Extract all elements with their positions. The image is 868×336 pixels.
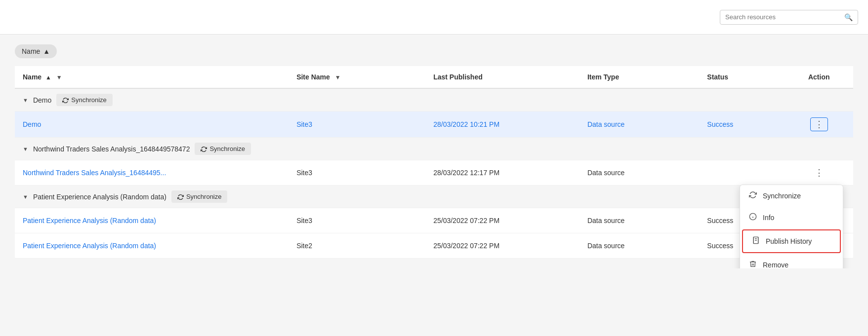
menu-synchronize-label: Synchronize	[763, 192, 801, 200]
group-name: Demo	[33, 96, 51, 104]
row-published-cell: 28/03/2022 12:17 PM	[425, 160, 579, 186]
menu-info-label: Info	[763, 214, 774, 222]
row-name-link[interactable]: Demo	[23, 120, 41, 128]
row-name-link[interactable]: Patient Experience Analysis (Random data…	[23, 242, 156, 250]
row-name-cell: Patient Experience Analysis (Random data…	[15, 208, 289, 233]
sort-badge[interactable]: Name ▲	[15, 44, 57, 58]
resources-table: Name ▲ ▼ Site Name ▼ Last Published Item…	[15, 66, 853, 259]
row-type-value: Data source	[587, 242, 624, 250]
menu-remove-label: Remove	[763, 261, 788, 268]
row-site-cell: Site2	[289, 233, 425, 259]
search-input[interactable]	[725, 13, 844, 21]
col-name-label: Name	[23, 73, 41, 81]
col-name-filter-icon[interactable]: ▼	[56, 74, 62, 81]
row-status-value: Success	[707, 120, 733, 128]
row-action-cell: ⋮	[785, 112, 853, 138]
col-header-site[interactable]: Site Name ▼	[289, 66, 425, 88]
col-header-name[interactable]: Name ▲ ▼	[15, 66, 289, 88]
table-row: Patient Experience Analysis (Random data…	[15, 233, 853, 259]
menu-publish-history-label: Publish History	[766, 237, 812, 245]
row-site-value: Site3	[296, 169, 312, 177]
row-published-value: 25/03/2022 07:22 PM	[433, 217, 499, 224]
group-sync-button[interactable]: Synchronize	[171, 190, 228, 203]
menu-item-info[interactable]: Info	[740, 207, 843, 228]
group-row: ▼ Northwind Traders Sales Analysis_16484…	[15, 138, 853, 160]
group-name: Northwind Traders Sales Analysis_1648449…	[33, 145, 190, 153]
row-status-value: Success	[707, 217, 733, 224]
search-icon: 🔍	[844, 13, 853, 21]
row-name-cell: Northwind Traders Sales Analysis_1648449…	[15, 160, 289, 186]
table-row: Patient Experience Analysis (Random data…	[15, 208, 853, 233]
group-row: ▼ Demo Synchronize	[15, 88, 853, 112]
col-name-sort-arrow: ▲	[45, 74, 51, 81]
search-box[interactable]: 🔍	[720, 10, 858, 25]
row-published-cell: 28/03/2022 10:21 PM	[425, 112, 579, 138]
top-bar: 🔍	[0, 0, 868, 35]
row-name-cell: Patient Experience Analysis (Random data…	[15, 233, 289, 259]
row-action-button[interactable]: ⋮	[811, 166, 827, 179]
table-row: Northwind Traders Sales Analysis_1648449…	[15, 160, 853, 186]
row-published-value: 25/03/2022 07:22 PM	[433, 242, 499, 250]
collapse-icon[interactable]: ▼	[23, 194, 28, 200]
row-type-cell: Data source	[579, 112, 699, 138]
sync-icon	[62, 96, 69, 104]
context-menu: Synchronize Info	[740, 185, 843, 268]
row-published-value: 28/03/2022 12:17 PM	[433, 169, 499, 177]
row-site-cell: Site3	[289, 112, 425, 138]
collapse-icon[interactable]: ▼	[23, 146, 28, 152]
row-action-button[interactable]: ⋮	[810, 117, 828, 131]
row-site-value: Site3	[296, 217, 312, 224]
row-name-link[interactable]: Northwind Traders Sales Analysis_1648449…	[23, 169, 166, 177]
row-name-cell: Demo	[15, 112, 289, 138]
sort-badge-arrow: ▲	[43, 47, 50, 55]
table-container: Name ▲ ▼ Site Name ▼ Last Published Item…	[15, 66, 853, 259]
row-status-cell: Success	[699, 112, 785, 138]
row-site-cell: Site3	[289, 208, 425, 233]
col-site-filter-icon[interactable]: ▼	[335, 74, 341, 81]
group-cell: ▼ Northwind Traders Sales Analysis_16484…	[15, 138, 853, 160]
col-header-type: Item Type	[579, 66, 699, 88]
row-status-cell	[699, 160, 785, 186]
row-type-cell: Data source	[579, 233, 699, 259]
col-published-label: Last Published	[433, 73, 483, 81]
row-type-cell: Data source	[579, 160, 699, 186]
row-action-cell: ⋮	[785, 160, 853, 186]
sync-icon	[177, 193, 184, 200]
col-action-label: Action	[808, 73, 830, 81]
group-sync-button[interactable]: Synchronize	[56, 94, 113, 106]
menu-item-synchronize[interactable]: Synchronize	[740, 185, 843, 207]
group-name: Patient Experience Analysis (Random data…	[33, 193, 166, 201]
group-cell: ▼ Demo Synchronize	[15, 88, 853, 112]
remove-icon	[748, 260, 758, 268]
table-header-row: Name ▲ ▼ Site Name ▼ Last Published Item…	[15, 66, 853, 88]
col-header-action: Action	[785, 66, 853, 88]
col-site-label: Site Name	[296, 73, 330, 81]
search-button[interactable]: 🔍	[844, 13, 853, 21]
col-type-label: Item Type	[587, 73, 619, 81]
row-status-value: Success	[707, 242, 733, 250]
row-type-value: Data source	[587, 120, 624, 128]
col-header-status: Status	[699, 66, 785, 88]
publish-history-icon	[751, 236, 761, 246]
row-site-value: Site2	[296, 242, 312, 250]
group-row: ▼ Patient Experience Analysis (Random da…	[15, 186, 853, 208]
row-name-link[interactable]: Patient Experience Analysis (Random data…	[23, 217, 156, 224]
row-site-cell: Site3	[289, 160, 425, 186]
row-published-cell: 25/03/2022 07:22 PM	[425, 233, 579, 259]
menu-item-publish-history[interactable]: Publish History	[742, 229, 841, 253]
info-icon	[748, 213, 758, 223]
row-type-cell: Data source	[579, 208, 699, 233]
sync-icon	[201, 145, 207, 152]
sync-icon	[748, 191, 758, 201]
col-header-published: Last Published	[425, 66, 579, 88]
row-type-value: Data source	[587, 217, 624, 224]
main-content: Name ▲ Name ▲ ▼ Site Name ▼ Last Publish…	[0, 35, 868, 268]
menu-item-remove[interactable]: Remove	[740, 254, 843, 268]
group-sync-button[interactable]: Synchronize	[195, 143, 251, 155]
sort-badge-label: Name	[22, 47, 40, 55]
col-status-label: Status	[707, 73, 728, 81]
row-published-cell: 25/03/2022 07:22 PM	[425, 208, 579, 233]
row-site-value[interactable]: Site3	[296, 120, 312, 128]
row-type-value: Data source	[587, 169, 624, 177]
collapse-icon[interactable]: ▼	[23, 97, 28, 103]
